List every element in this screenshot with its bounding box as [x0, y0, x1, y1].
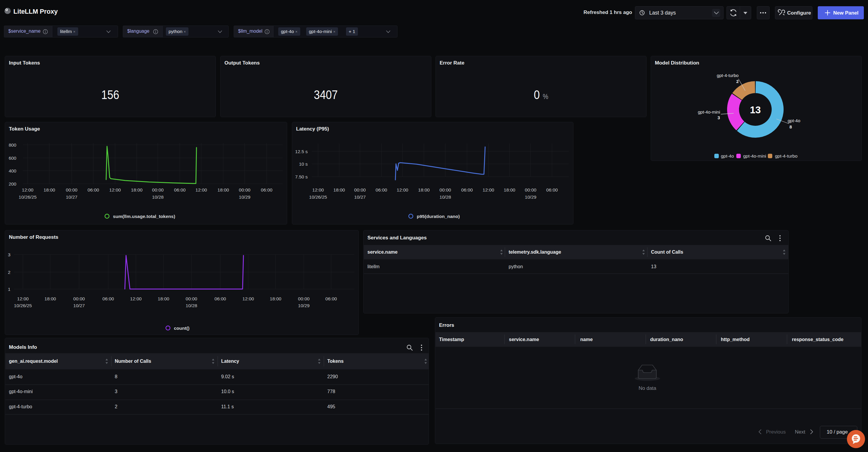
svg-text:12:00: 12:00 [243, 296, 254, 301]
svg-text:12:00: 12:00 [110, 187, 121, 192]
svg-text:06:00: 06:00 [376, 187, 387, 192]
svg-text:06:00: 06:00 [174, 187, 186, 192]
svg-text:06:00: 06:00 [461, 187, 473, 192]
svg-text:Last 3 days: Last 3 days [649, 10, 676, 16]
svg-text:gpt-4o-mini: gpt-4o-mini [743, 153, 766, 158]
svg-text:12:00: 12:00 [195, 187, 207, 192]
svg-text:13: 13 [750, 104, 761, 115]
svg-text:00:00: 00:00 [186, 296, 197, 301]
svg-text:10/28: 10/28 [186, 303, 197, 308]
svg-text:06:00: 06:00 [546, 187, 558, 192]
svg-text:10/29: 10/29 [298, 303, 310, 308]
svg-text:gpt-4o: gpt-4o [788, 118, 801, 123]
svg-text:1: 1 [8, 287, 10, 292]
svg-text:18:00: 18:00 [218, 187, 229, 192]
svg-text:8: 8 [789, 124, 792, 129]
svg-text:00:00: 00:00 [440, 187, 451, 192]
svg-text:3: 3 [8, 252, 10, 257]
svg-text:00:00: 00:00 [354, 187, 366, 192]
svg-text:12:00: 12:00 [397, 187, 408, 192]
svg-text:00:00: 00:00 [239, 187, 251, 192]
svg-text:2: 2 [736, 79, 739, 84]
svg-text:200: 200 [9, 181, 17, 186]
svg-text:18:00: 18:00 [158, 296, 169, 301]
svg-text:2: 2 [8, 270, 10, 275]
svg-text:12:00: 12:00 [130, 296, 142, 301]
svg-text:400: 400 [9, 168, 17, 173]
svg-text:00:00: 00:00 [73, 296, 85, 301]
svg-text:600: 600 [9, 155, 17, 160]
svg-text:gpt-4-turbo: gpt-4-turbo [717, 73, 738, 78]
svg-text:10/26/25: 10/26/25 [19, 194, 37, 200]
svg-text:10/29: 10/29 [239, 194, 251, 200]
svg-text:18:00: 18:00 [44, 187, 55, 192]
svg-text:10/28: 10/28 [440, 194, 451, 200]
svg-text:10/26/25: 10/26/25 [14, 303, 32, 308]
svg-text:18:00: 18:00 [131, 187, 143, 192]
svg-text:800: 800 [9, 143, 17, 148]
svg-text:18:00: 18:00 [44, 296, 56, 301]
svg-text:10 s: 10 s [299, 161, 308, 167]
svg-text:06:00: 06:00 [326, 296, 337, 301]
svg-text:Configure: Configure [787, 10, 811, 16]
svg-text:10/28: 10/28 [152, 194, 164, 200]
svg-text:12.5 s: 12.5 s [295, 149, 308, 154]
svg-text:p95(duration_nano): p95(duration_nano) [417, 214, 460, 219]
svg-text:gpt-4-turbo: gpt-4-turbo [775, 153, 798, 158]
svg-text:New Panel: New Panel [833, 10, 859, 16]
svg-text:sum(llm.usage.total_tokens): sum(llm.usage.total_tokens) [113, 214, 175, 219]
svg-text:18:00: 18:00 [270, 296, 281, 301]
svg-text:count(): count() [174, 326, 190, 331]
svg-text:10/27: 10/27 [354, 194, 366, 200]
svg-text:10/27: 10/27 [73, 303, 85, 308]
svg-text:10/29: 10/29 [525, 194, 536, 200]
svg-text:18:00: 18:00 [504, 187, 516, 192]
svg-text:12:00: 12:00 [17, 296, 29, 301]
svg-text:00:00: 00:00 [66, 187, 78, 192]
svg-text:10/26/25: 10/26/25 [309, 194, 327, 200]
svg-text:12:00: 12:00 [22, 187, 34, 192]
svg-text:12:00: 12:00 [483, 187, 494, 192]
svg-text:gpt-4o: gpt-4o [721, 153, 734, 158]
svg-text:18:00: 18:00 [334, 187, 345, 192]
svg-text:7.50 s: 7.50 s [295, 174, 308, 179]
svg-text:06:00: 06:00 [102, 296, 114, 301]
svg-text:10/27: 10/27 [66, 194, 78, 200]
svg-text:18:00: 18:00 [418, 187, 430, 192]
svg-text:3: 3 [718, 115, 720, 120]
svg-text:00:00: 00:00 [152, 187, 164, 192]
svg-text:06:00: 06:00 [215, 296, 226, 301]
svg-text:00:00: 00:00 [298, 296, 310, 301]
svg-text:gpt-4o-mini: gpt-4o-mini [698, 110, 720, 115]
svg-text:00:00: 00:00 [525, 187, 536, 192]
svg-text:06:00: 06:00 [88, 187, 99, 192]
svg-text:12:00: 12:00 [312, 187, 324, 192]
svg-text:06:00: 06:00 [261, 187, 273, 192]
